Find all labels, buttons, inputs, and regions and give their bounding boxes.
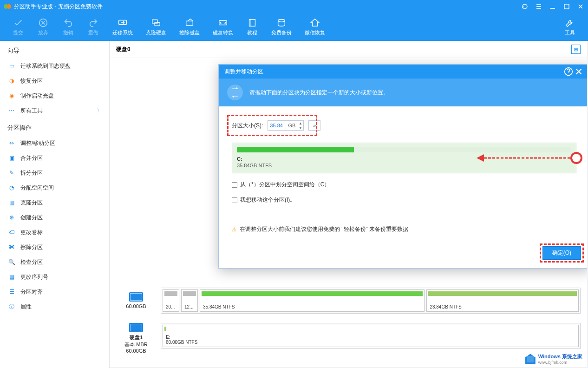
- allocate-free-checkbox[interactable]: [232, 182, 237, 188]
- book-icon: [246, 18, 258, 28]
- allocate-icon: ◔: [7, 184, 16, 192]
- content-area: 硬盘0 ⊞ 60.00GB 20... 12... 35.84GB NTFS 2…: [110, 41, 587, 367]
- wizard-section-title: 向导: [0, 41, 109, 59]
- sidebar-item-recover-partition[interactable]: ◑恢复分区: [0, 73, 109, 88]
- spin-down-icon[interactable]: ▼: [297, 125, 303, 130]
- disk0-part0[interactable]: 20...: [163, 289, 179, 312]
- partition-size-input[interactable]: 35.84 GB ▲▼: [268, 120, 304, 131]
- dialog-title: 调整并移动分区: [224, 68, 563, 76]
- clone-disk-button[interactable]: 克隆硬盘: [139, 13, 173, 41]
- size-unit: GB: [287, 123, 297, 128]
- sidebar-item-wipe-partition[interactable]: ✀擦除分区: [0, 240, 109, 255]
- svg-rect-2: [564, 4, 569, 9]
- ops-section-title: 分区操作: [0, 118, 109, 136]
- backup-button[interactable]: 免费备份: [265, 13, 298, 41]
- redo-icon: [87, 18, 99, 28]
- sidebar-item-all-tools[interactable]: ⋯所有工具〉: [0, 103, 109, 118]
- app-logo-icon: [4, 3, 11, 10]
- spin-up-icon[interactable]: ▲: [297, 121, 303, 125]
- close-icon[interactable]: [577, 3, 584, 10]
- partition-fill: [237, 147, 354, 152]
- sidebar-item-resize-move[interactable]: ⇔调整/移动分区: [0, 136, 109, 151]
- drag-arrow-head-icon: [477, 154, 484, 162]
- swap-icon: [227, 85, 243, 100]
- disk0-part2[interactable]: 35.84GB NTFS: [200, 289, 425, 312]
- menu-icon[interactable]: [535, 3, 542, 10]
- disk-icon: [129, 323, 143, 332]
- tools-button[interactable]: 工具: [557, 13, 582, 41]
- check-icon: [12, 18, 24, 28]
- partition-visual[interactable]: C: 35.84GB NTFS: [232, 143, 576, 173]
- redo-button[interactable]: 重做: [81, 13, 106, 41]
- view-grid-button[interactable]: ⊞: [571, 45, 581, 54]
- ssd-icon: ▭: [7, 62, 16, 70]
- dots-icon: ⋯: [7, 106, 16, 115]
- merge-icon: ▣: [7, 154, 16, 162]
- ok-button[interactable]: 确定(O): [542, 246, 581, 260]
- sidebar-item-create[interactable]: ⊕创建分区: [0, 210, 109, 225]
- disk1-name: 硬盘1: [130, 334, 143, 341]
- window-title: 分区助手专业版 - 无损分区免费软件: [14, 3, 521, 11]
- wipe-disk-button[interactable]: 擦除磁盘: [173, 13, 206, 41]
- size-label: 分区大小(S):: [232, 122, 263, 130]
- split-icon: ✎: [7, 169, 16, 177]
- sidebar-item-split[interactable]: ✎拆分分区: [0, 165, 109, 180]
- expand-button[interactable]: »: [308, 120, 320, 131]
- drag-arrow-line: [484, 158, 570, 159]
- disk-header-label: 硬盘0: [116, 46, 131, 53]
- dialog-close-icon[interactable]: [574, 66, 584, 77]
- sidebar: 向导 ▭迁移系统到固态硬盘 ◑恢复分区 ◉制作启动光盘 ⋯所有工具〉 分区操作 …: [0, 41, 110, 368]
- dialog-banner: 请拖动下面的分区块为分区指定一个新的大小或新位置。: [219, 79, 587, 106]
- move-partition-checkbox[interactable]: [232, 197, 237, 203]
- sidebar-item-properties[interactable]: ⓘ属性: [0, 299, 109, 314]
- sidebar-item-allocate[interactable]: ◔分配空闲空间: [0, 180, 109, 195]
- minimize-icon[interactable]: [549, 3, 556, 10]
- watermark: Windows 系统之家 www.bjfmk.com: [522, 352, 586, 366]
- disk1-part0-letter: E:: [166, 335, 575, 340]
- sidebar-item-merge[interactable]: ▣合并分区: [0, 151, 109, 165]
- sidebar-item-migrate-ssd[interactable]: ▭迁移系统到固态硬盘: [0, 59, 109, 73]
- commit-button[interactable]: 提交: [6, 13, 31, 41]
- convert-disk-button[interactable]: 磁盘转换: [206, 13, 240, 41]
- create-icon: ⊕: [7, 213, 16, 222]
- disk0-part1[interactable]: 12...: [181, 289, 198, 312]
- disk0-part3[interactable]: 23.84GB NTFS: [426, 289, 579, 312]
- sidebar-item-boot-disc[interactable]: ◉制作启动光盘: [0, 88, 109, 103]
- cancel-icon: [37, 18, 49, 28]
- disk1-part0[interactable]: E: 60.00GB NTFS: [163, 325, 579, 347]
- sidebar-item-align[interactable]: ☰分区对齐: [0, 284, 109, 299]
- warning-text: 在调整分区大小前我们建议您使用免费的 "轻松备份" 来备份重要数据: [240, 225, 408, 233]
- erase-icon: [183, 18, 196, 28]
- convert-icon: [217, 18, 229, 28]
- resize-handle[interactable]: [570, 152, 582, 164]
- sidebar-item-clone-partition[interactable]: ▥克隆分区: [0, 195, 109, 210]
- discard-button[interactable]: 放弃: [31, 13, 56, 41]
- sidebar-item-label[interactable]: 🏷更改卷标: [0, 225, 109, 240]
- disk1-part0-size: 60.00GB NTFS: [166, 340, 575, 345]
- disk-icon: [129, 292, 143, 302]
- wrench-icon: [564, 18, 576, 28]
- disk0-size: 60.00GB: [126, 303, 146, 309]
- watermark-line1: Windows 系统之家: [538, 353, 582, 360]
- disk0-row[interactable]: 60.00GB 20... 12... 35.84GB NTFS 23.84GB…: [110, 283, 587, 318]
- migrate-os-button[interactable]: 迁移系统: [106, 13, 139, 41]
- disk1-row[interactable]: 硬盘1 基本 MBR 60.00GB E: 60.00GB NTFS: [110, 318, 587, 358]
- main-toolbar: 提交 放弃 撤销 重做 迁移系统 克隆硬盘 擦除磁盘 磁盘转换 教程 免费备份 …: [0, 13, 588, 41]
- serial-icon: ▤: [7, 273, 16, 281]
- wechat-recover-button[interactable]: 微信恢复: [298, 13, 332, 41]
- disk1-info: 硬盘1 基本 MBR 60.00GB: [116, 323, 156, 354]
- chevron-right-icon: 〉: [97, 107, 102, 114]
- help-icon[interactable]: [563, 66, 574, 77]
- tag-icon: 🏷: [7, 228, 16, 237]
- maximize-icon[interactable]: [563, 3, 570, 10]
- undo-button[interactable]: 撤销: [56, 13, 81, 41]
- sidebar-item-serial[interactable]: ▤更改序列号: [0, 269, 109, 284]
- sidebar-item-check[interactable]: 🔍检查分区: [0, 255, 109, 269]
- disc-icon: ◉: [7, 92, 16, 100]
- svg-point-1: [7, 4, 11, 9]
- refresh-icon[interactable]: [521, 3, 529, 10]
- chk2-label: 我想移动这个分区(I)。: [240, 196, 295, 204]
- clone-part-icon: ▥: [7, 198, 16, 207]
- partition-size-text: 35.84GB NTFS: [237, 163, 571, 168]
- tutorial-button[interactable]: 教程: [240, 13, 265, 41]
